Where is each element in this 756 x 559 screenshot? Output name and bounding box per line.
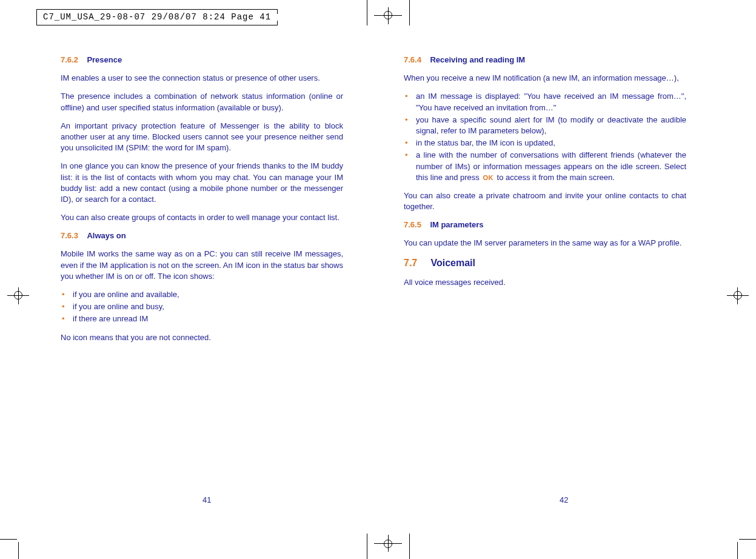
list-item: if there are unread IM bbox=[61, 313, 343, 324]
register-mark-right bbox=[714, 285, 756, 309]
section-title: Receiving and reading IM bbox=[430, 55, 525, 64]
section-7-6-2-heading: 7.6.2 Presence bbox=[61, 55, 343, 65]
body-text: IM enables a user to see the connection … bbox=[61, 73, 343, 84]
register-mark-bottom bbox=[352, 523, 424, 559]
body-text: The presence includes a combination of n… bbox=[61, 91, 343, 113]
page-right: 7.6.4 Receiving and reading IM When you … bbox=[404, 55, 686, 350]
page-number-right: 42 bbox=[560, 495, 568, 504]
body-text: All voice messages received. bbox=[404, 277, 686, 288]
register-mark-top bbox=[352, 0, 424, 36]
register-mark-left bbox=[0, 285, 42, 309]
body-text: An important privacy protection feature … bbox=[61, 121, 343, 154]
section-title: Presence bbox=[87, 55, 122, 64]
crop-mark-bottom-right bbox=[720, 523, 756, 559]
list-item: if you are online and busy, bbox=[61, 301, 343, 312]
page-number-left: 41 bbox=[202, 495, 211, 504]
section-7-7-heading: 7.7 Voicemail bbox=[404, 256, 686, 270]
section-7-6-4-heading: 7.6.4 Receiving and reading IM bbox=[404, 55, 686, 65]
body-text: You can also create a private chatroom a… bbox=[404, 190, 686, 212]
section-7-6-5-heading: 7.6.5 IM parameters bbox=[404, 219, 686, 230]
bullet-list: an IM message is displayed: "You have re… bbox=[404, 91, 686, 183]
list-item: a line with the number of conversations … bbox=[404, 150, 686, 183]
section-title: IM parameters bbox=[430, 220, 483, 229]
list-item: an IM message is displayed: "You have re… bbox=[404, 91, 686, 113]
list-item: if you are online and available, bbox=[61, 289, 343, 300]
crop-mark-bottom-left bbox=[0, 523, 36, 559]
body-text: You can also create groups of contacts i… bbox=[61, 212, 343, 223]
list-item: you have a specific sound alert for IM (… bbox=[404, 115, 686, 136]
list-item-text: to access it from the main screen. bbox=[495, 173, 615, 182]
section-number: 7.6.2 bbox=[61, 55, 78, 64]
section-number: 7.6.4 bbox=[404, 55, 421, 64]
section-number: 7.6.5 bbox=[404, 220, 421, 229]
body-text: In one glance you can know the presence … bbox=[61, 161, 343, 205]
page-left: 7.6.2 Presence IM enables a user to see … bbox=[61, 55, 343, 350]
body-text: When you receive a new IM notification (… bbox=[404, 73, 686, 84]
bullet-list: if you are online and available, if you … bbox=[61, 289, 343, 325]
section-7-6-3-heading: 7.6.3 Always on bbox=[61, 230, 343, 241]
printers-slug: C7_UM_USA_29-08-07 29/08/07 8:24 Page 41 bbox=[36, 9, 277, 25]
section-number: 7.6.3 bbox=[61, 231, 78, 240]
body-text: Mobile IM works the same way as on a PC:… bbox=[61, 249, 343, 282]
section-title: Voicemail bbox=[430, 258, 475, 268]
section-number: 7.7 bbox=[404, 258, 417, 268]
ok-icon: OK bbox=[481, 173, 495, 182]
section-title: Always on bbox=[87, 231, 125, 240]
body-text: You can update the IM server parameters … bbox=[404, 238, 686, 249]
body-text: No icon means that you are not connected… bbox=[61, 332, 343, 343]
list-item: in the status bar, the IM icon is update… bbox=[404, 138, 686, 149]
